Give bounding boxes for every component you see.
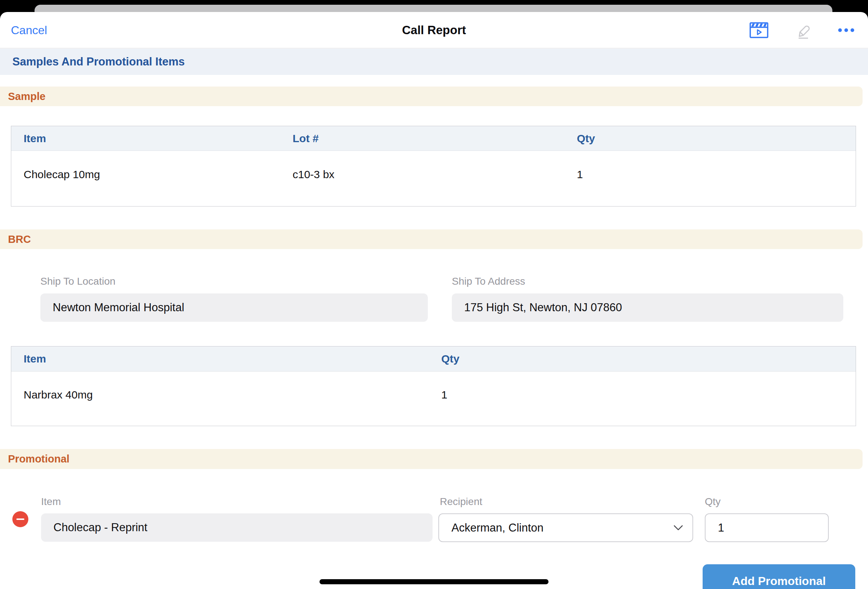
brc-table-header-row: Item Qty: [11, 347, 856, 372]
ship-to-location-field[interactable]: [40, 294, 428, 322]
table-row[interactable]: Narbrax 40mg 1: [11, 372, 856, 426]
page-title: Call Report: [0, 12, 868, 48]
promo-item-field[interactable]: [41, 514, 433, 542]
promotional-section-header: Promotional: [0, 449, 862, 469]
call-report-sheet: Cancel Call Report: [0, 12, 868, 589]
recipient-dropdown[interactable]: Ackerman, Clinton: [438, 514, 693, 542]
lot-cell: c10-3 bx: [292, 151, 577, 206]
qty-cell: 1: [577, 151, 856, 206]
sample-table: Item Lot # Qty Cholecap 10mg c10-3 bx 1: [11, 126, 856, 207]
column-header: Lot #: [292, 132, 577, 145]
item-cell: Narbrax 40mg: [11, 372, 441, 426]
add-promotional-button[interactable]: Add Promotional: [703, 564, 855, 589]
promo-qty-field[interactable]: [705, 514, 829, 542]
samples-and-promotional-items-header: Samples And Promotional Items: [0, 49, 868, 75]
promo-qty-label: Qty: [705, 496, 721, 508]
column-header: Item: [11, 353, 441, 365]
column-header: Qty: [577, 132, 856, 145]
column-header: Item: [11, 132, 292, 145]
chevron-down-icon: [673, 525, 683, 531]
recipient-value: Ackerman, Clinton: [452, 521, 673, 534]
item-cell: Cholecap 10mg: [11, 151, 292, 206]
table-row[interactable]: Cholecap 10mg c10-3 bx 1: [11, 151, 856, 206]
qty-cell: 1: [441, 372, 856, 426]
home-indicator[interactable]: [319, 579, 549, 584]
column-header: Qty: [441, 353, 856, 365]
brc-table: Item Qty Narbrax 40mg 1: [11, 346, 856, 426]
ship-to-location-label: Ship To Location: [40, 276, 115, 287]
more-ellipsis-icon[interactable]: [838, 28, 854, 32]
promo-item-label: Item: [41, 496, 61, 508]
nav-actions: [750, 12, 854, 48]
media-presentation-icon[interactable]: [750, 22, 768, 38]
ship-to-address-label: Ship To Address: [452, 276, 525, 287]
edit-pencil-icon[interactable]: [794, 21, 813, 40]
recipient-label: Recipient: [440, 496, 482, 508]
screen: Cancel Call Report: [0, 0, 868, 589]
brc-section-header: BRC: [0, 229, 862, 249]
ship-to-address-field[interactable]: [452, 294, 843, 322]
nav-bar: Cancel Call Report: [0, 12, 868, 48]
sample-section-header: Sample: [0, 87, 862, 106]
sample-table-header-row: Item Lot # Qty: [11, 126, 856, 151]
cancel-button[interactable]: Cancel: [11, 12, 47, 48]
remove-row-minus-icon[interactable]: [12, 511, 28, 527]
